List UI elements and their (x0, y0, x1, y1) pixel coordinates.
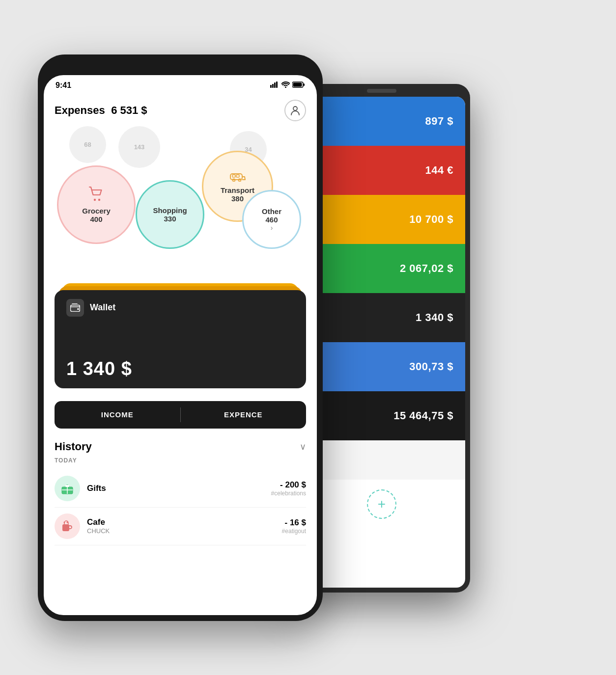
wallet-stack: Wallet 1 340 $ (55, 283, 306, 391)
android-card-1[interactable]: 144 € (298, 146, 465, 195)
expense-button[interactable]: EXPENCE (181, 401, 307, 429)
cafe-tag: #eatigout (282, 528, 306, 535)
bubble-transport-value: 380 (231, 194, 244, 203)
history-item-cafe[interactable]: Cafe CHUCK - 16 $ #eatigout (55, 508, 306, 545)
bubble-shopping-value: 330 (164, 215, 176, 223)
history-date: TODAY (55, 457, 306, 464)
android-card-value-4: 1 340 $ (416, 311, 453, 324)
bubble-small-1[interactable]: 68 (69, 126, 106, 163)
android-card-6[interactable]: 15 464,75 $ (298, 391, 465, 440)
cafe-icon (55, 513, 80, 539)
iphone-screen: 9:41 Expenses (44, 75, 317, 615)
toggle-bar: INCOME EXPENCE (55, 401, 306, 429)
svg-point-8 (94, 198, 96, 200)
iphone-notch (146, 60, 215, 74)
android-top (298, 89, 465, 93)
gifts-name: Gifts (87, 484, 264, 493)
android-card-value-2: 10 700 $ (409, 213, 453, 226)
other-arrow-icon: › (271, 224, 273, 232)
svg-rect-16 (77, 308, 79, 310)
bubble-other-label: Other (262, 207, 281, 216)
bubble-small-1-value: 68 (84, 141, 91, 148)
cafe-info: Cafe CHUCK (87, 517, 275, 535)
android-card-value-1: 144 € (425, 164, 453, 177)
wifi-icon (281, 81, 290, 89)
svg-rect-19 (65, 485, 69, 487)
android-card-value-3: 2 067,02 $ (400, 262, 453, 275)
cafe-sub: CHUCK (87, 527, 275, 535)
svg-rect-13 (232, 175, 235, 177)
svg-rect-0 (270, 85, 272, 88)
svg-point-9 (98, 198, 100, 200)
android-card-value-0: 897 $ (425, 115, 453, 128)
bubble-other[interactable]: Other 460 › (242, 190, 301, 249)
wallet-amount: 1 340 $ (66, 358, 294, 379)
bubble-area: 68 143 34 Grocery 400 (55, 126, 306, 273)
history-chevron-icon[interactable]: ∨ (300, 441, 306, 452)
bubble-grocery[interactable]: Grocery 400 (57, 165, 136, 244)
android-card-value-6: 15 464,75 $ (393, 409, 453, 422)
gifts-amount-block: - 200 $ #celebrations (271, 480, 306, 497)
android-speaker (367, 89, 396, 93)
bubble-grocery-value: 400 (90, 215, 102, 223)
wallet-icon (66, 299, 84, 317)
history-item-gifts[interactable]: Gifts - 200 $ #celebrations (55, 470, 306, 508)
history-title: History (55, 440, 92, 453)
bubble-transport-label: Transport (221, 186, 254, 194)
android-card-value-5: 300,73 $ (409, 360, 453, 373)
gifts-amount: - 200 $ (271, 480, 306, 490)
wallet-card-header: Wallet (66, 299, 294, 317)
status-time: 9:41 (56, 81, 71, 90)
svg-rect-6 (293, 82, 302, 86)
bubble-grocery-label: Grocery (82, 207, 111, 215)
android-card-4[interactable]: 1 340 $ (298, 293, 465, 342)
income-button[interactable]: INCOME (55, 401, 180, 429)
expenses-label: Expenses (55, 104, 105, 116)
gifts-info: Gifts (87, 484, 264, 493)
wallet-card-main[interactable]: Wallet 1 340 $ (55, 290, 306, 388)
android-card-0[interactable]: 897 $ (298, 97, 465, 146)
cafe-name: Cafe (87, 517, 275, 527)
svg-point-22 (67, 521, 68, 523)
svg-rect-20 (62, 524, 69, 531)
android-card-5[interactable]: 300,73 $ (298, 342, 465, 391)
add-account-button[interactable]: + (367, 489, 396, 519)
gifts-tag: #celebrations (271, 490, 306, 497)
iphone-frame: 9:41 Expenses (38, 54, 323, 621)
android-card-list: 897 $ 144 € 10 700 $ 2 067,02 $ 1 340 $ … (298, 97, 465, 480)
svg-rect-3 (276, 81, 278, 88)
svg-point-7 (293, 107, 297, 110)
android-card-3[interactable]: 2 067,02 $ (298, 244, 465, 293)
bubble-other-value: 460 (265, 216, 278, 224)
battery-icon (292, 81, 305, 89)
bubble-shopping[interactable]: Shopping 330 (136, 180, 204, 249)
cafe-amount-block: - 16 $ #eatigout (282, 518, 306, 535)
cafe-amount: - 16 $ (282, 518, 306, 528)
app-content: Expenses 6 531 $ 68 143 (44, 92, 317, 553)
svg-point-21 (64, 521, 65, 523)
svg-rect-1 (272, 84, 274, 88)
svg-rect-5 (304, 83, 305, 86)
user-icon[interactable] (284, 100, 306, 121)
iphone-notch-bar (44, 60, 317, 75)
expenses-header: Expenses 6 531 $ (55, 100, 306, 121)
android-card-2[interactable]: 10 700 $ (298, 195, 465, 244)
grocery-icon (88, 186, 105, 206)
transport-icon (230, 170, 246, 185)
bubble-small-2[interactable]: 143 (118, 126, 160, 168)
expenses-label-amount: Expenses 6 531 $ (55, 104, 147, 117)
gifts-icon (55, 476, 80, 501)
expenses-amount: 6 531 $ (111, 104, 147, 116)
bubble-small-2-value: 143 (134, 143, 145, 151)
status-icons (270, 81, 305, 89)
history-header: History ∨ (55, 440, 306, 453)
status-bar: 9:41 (44, 75, 317, 92)
scene: 9:41 Expenses (38, 54, 578, 621)
svg-rect-14 (236, 175, 239, 177)
android-screen: 897 $ 144 € 10 700 $ 2 067,02 $ 1 340 $ … (298, 97, 465, 588)
signal-icon (270, 81, 279, 89)
svg-rect-2 (274, 82, 276, 88)
bubble-shopping-label: Shopping (153, 206, 187, 215)
android-card-partial (298, 440, 465, 480)
svg-rect-15 (71, 305, 80, 312)
